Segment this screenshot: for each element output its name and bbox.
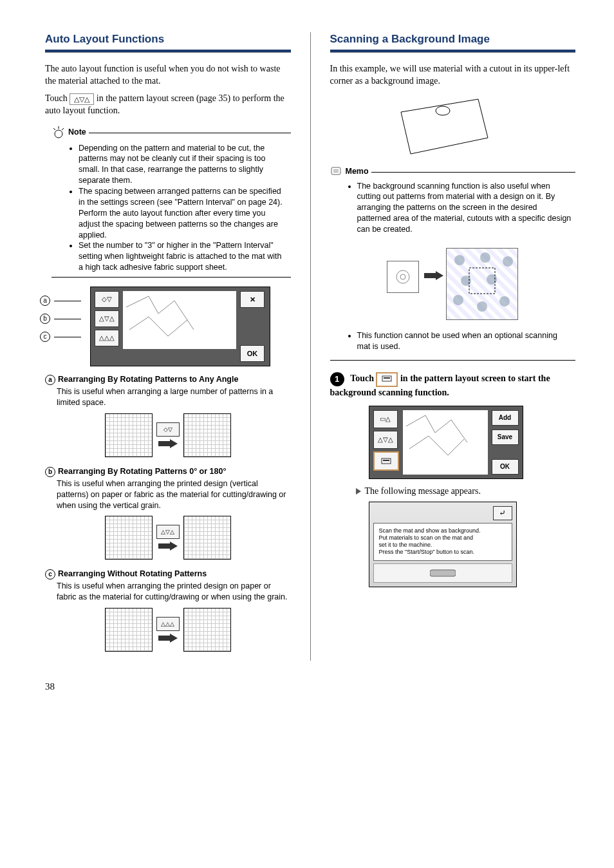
svg-rect-24 xyxy=(430,570,456,576)
auto-layout-screenshot: ◇▽ △▽△ △△△ ✕ OK xyxy=(90,287,270,366)
item-3-body: This is useful when arranging the printe… xyxy=(57,581,291,603)
item-3-num: c xyxy=(45,569,55,580)
no-rotate-icon: △△△ xyxy=(156,617,180,631)
arrow-icon xyxy=(158,542,178,551)
svg-point-13 xyxy=(503,256,513,267)
rotate-0-180-button[interactable]: △▽△ xyxy=(95,310,119,327)
item-2-num: b xyxy=(45,467,55,477)
item-2-illustration: △▽△ xyxy=(45,516,291,560)
item-3-title: Rearranging Without Rotating Patterns xyxy=(58,569,207,578)
rule xyxy=(45,50,291,53)
svg-point-18 xyxy=(499,296,510,307)
item-1-heading: aRearranging By Rotating Patterns to Any… xyxy=(45,374,291,385)
background-scan-icon xyxy=(376,372,398,387)
save-button[interactable]: Save xyxy=(492,429,519,445)
svg-point-14 xyxy=(461,276,471,286)
rule xyxy=(330,50,576,53)
svg-point-17 xyxy=(477,301,487,312)
item-2-body: This is useful when arranging the printe… xyxy=(57,478,291,511)
bullet-arrow-icon xyxy=(356,488,361,495)
no-rotate-button[interactable]: △△△ xyxy=(95,330,119,346)
memo-rule xyxy=(371,172,575,173)
layout-button-2[interactable]: △▽△ xyxy=(373,431,398,449)
memo-rule-bottom xyxy=(330,360,576,361)
mat-preview xyxy=(123,291,236,349)
section-title-scanning: Scanning a Background Image xyxy=(330,32,576,47)
memo-item-2: This function cannot be used when an opt… xyxy=(357,330,573,352)
callout-1: a xyxy=(40,296,50,306)
item-3-heading: cRearranging Without Rotating Patterns xyxy=(45,569,291,580)
arrow-icon xyxy=(424,271,443,280)
svg-rect-21 xyxy=(384,377,390,379)
layout-button-1[interactable]: ▭△ xyxy=(373,410,398,428)
following-message-note: The following message appears. xyxy=(356,486,576,498)
step-1: 1 Touch in the pattern layout screen to … xyxy=(330,372,576,399)
item-3-illustration: △△△ xyxy=(45,608,291,652)
scan-message-text: Scan the mat and show as background. Put… xyxy=(373,523,512,561)
following-text: The following message appears. xyxy=(365,486,481,496)
memo-pencil-icon xyxy=(330,166,343,176)
note-item: The spacing between arranged patterns ca… xyxy=(79,186,288,240)
svg-point-15 xyxy=(487,274,497,285)
note-bulb-icon xyxy=(51,126,66,139)
memo-label: Memo xyxy=(346,166,369,177)
intro-text: The auto layout function is useful when … xyxy=(45,63,291,88)
note-item: Set the number to "3" or higher in the "… xyxy=(79,240,288,273)
item-1-body: This is useful when arranging a large nu… xyxy=(57,386,291,408)
note-rule-bottom xyxy=(51,277,291,278)
ok-button[interactable]: OK xyxy=(240,345,265,362)
pattern-layout-screenshot: ▭△ △▽△ Add Save OK xyxy=(369,406,523,479)
svg-point-16 xyxy=(453,295,463,305)
item-1-title: Rearranging By Rotating Patterns to Any … xyxy=(58,375,238,384)
svg-point-10 xyxy=(400,274,405,279)
rotate-any-icon: ◇▽ xyxy=(156,422,180,437)
svg-line-3 xyxy=(62,128,64,130)
svg-point-0 xyxy=(55,130,62,138)
column-divider xyxy=(310,32,311,661)
item-1-num: a xyxy=(45,375,55,385)
svg-rect-6 xyxy=(331,167,340,175)
memo-box: Memo The background scanning function is… xyxy=(330,166,576,239)
ok-button[interactable]: OK xyxy=(492,459,519,475)
memo-illustration xyxy=(330,248,576,320)
item-1-illustration: ◇▽ xyxy=(45,413,291,457)
svg-rect-23 xyxy=(383,460,389,461)
touch-instruction: Touch △▽△ in the pattern layout screen (… xyxy=(45,93,291,117)
cutout-material-illustration xyxy=(388,93,491,157)
note-item: Depending on the pattern and material to… xyxy=(79,143,288,187)
scanning-intro: In this example, we will use material wi… xyxy=(330,63,576,88)
section-title-auto-layout: Auto Layout Functions xyxy=(45,32,291,47)
note-rule xyxy=(89,133,291,133)
touch-pre: Touch xyxy=(45,93,70,103)
callout-2: b xyxy=(40,314,50,324)
callout-3: c xyxy=(40,332,50,342)
svg-point-12 xyxy=(480,252,490,263)
page-number: 38 xyxy=(45,680,575,693)
rotate-0-180-icon: △▽△ xyxy=(156,525,180,539)
memo-item: The background scanning function is also… xyxy=(357,181,573,235)
note-label: Note xyxy=(68,127,86,138)
add-button[interactable]: Add xyxy=(492,410,519,426)
mat-preview xyxy=(403,410,488,475)
arrow-icon xyxy=(158,439,178,448)
step-1-badge: 1 xyxy=(330,372,344,386)
rotate-any-button[interactable]: ◇▽ xyxy=(95,291,119,308)
background-scan-button[interactable] xyxy=(373,451,399,471)
svg-point-5 xyxy=(436,106,450,115)
arrow-icon xyxy=(158,634,178,643)
auto-layout-icon: △▽△ xyxy=(70,93,94,105)
svg-point-9 xyxy=(396,270,409,283)
close-button[interactable]: ✕ xyxy=(240,291,265,308)
back-button[interactable]: ⤶ xyxy=(493,506,512,520)
scan-message-screenshot: ⤶ Scan the mat and show as background. P… xyxy=(369,502,517,587)
machine-illustration xyxy=(430,569,456,578)
item-2-title: Rearranging By Rotating Patterns 0° or 1… xyxy=(58,467,226,476)
item-2-heading: bRearranging By Rotating Patterns 0° or … xyxy=(45,466,291,477)
svg-line-2 xyxy=(53,128,55,130)
step-1-pre: Touch xyxy=(350,373,376,383)
svg-point-11 xyxy=(454,255,465,265)
note-box: Note Depending on the pattern and materi… xyxy=(51,126,291,278)
